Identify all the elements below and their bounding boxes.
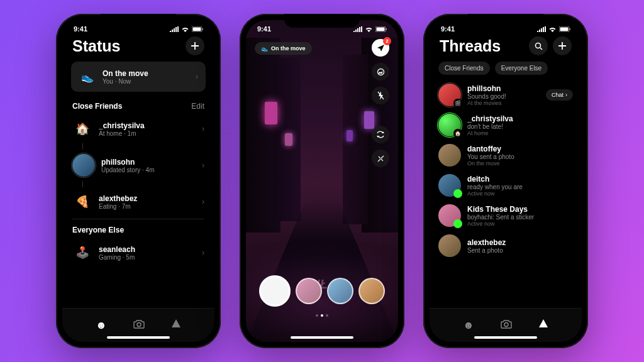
- thread-list[interactable]: 🎬 phillsohnSounds good!At the movies Cha…: [430, 80, 582, 268]
- avatar: [438, 174, 461, 197]
- recipient-bubbles: [246, 275, 398, 307]
- shutter-button[interactable]: [259, 275, 291, 307]
- house-icon: 🏠: [72, 119, 92, 139]
- phone-threads: 9:41 Threads Close Friends Everyone Else…: [423, 14, 588, 348]
- notch: [468, 14, 543, 28]
- status-pill[interactable]: 👟 On the move: [255, 42, 312, 55]
- friend-row[interactable]: 🏠 _christysilvaAt home · 1m ›: [62, 114, 214, 143]
- camera-controls: 2: [372, 39, 389, 167]
- status-tab[interactable]: ☻: [96, 319, 107, 332]
- phone-camera: IŁ 9:41 👟 On the move 2: [240, 14, 404, 348]
- self-status-sub: You · Now: [103, 78, 189, 85]
- flash-off-icon: [377, 91, 384, 100]
- chevron-right-icon: ›: [202, 248, 204, 257]
- clock: 9:41: [441, 25, 455, 33]
- page-dots: [316, 314, 328, 317]
- chevron-right-icon: ›: [565, 92, 567, 98]
- camera-tab[interactable]: [133, 319, 145, 332]
- flip-icon: [376, 131, 385, 138]
- pill-label: On the move: [271, 45, 306, 52]
- movie-icon: 🎬: [453, 99, 462, 107]
- gallery-button[interactable]: [372, 63, 389, 80]
- self-status-label: On the move: [103, 69, 189, 78]
- active-dot: [453, 189, 462, 198]
- friend-row[interactable]: phillsohnUpdated story · 4m ›: [62, 150, 214, 181]
- home-indicator[interactable]: [107, 336, 170, 339]
- send-button[interactable]: 2: [372, 39, 389, 57]
- recipient-bubble[interactable]: [327, 278, 353, 304]
- svg-point-3: [137, 322, 141, 326]
- chat-button[interactable]: Chat›: [546, 89, 573, 101]
- camera-viewfinder[interactable]: IŁ 9:41 👟 On the move 2: [246, 20, 398, 342]
- clock: 9:41: [257, 25, 271, 33]
- svg-point-14: [504, 322, 508, 326]
- sneaker-icon: 👟: [261, 45, 268, 52]
- wifi-icon: [365, 26, 373, 32]
- divider: [72, 219, 204, 219]
- friend-row[interactable]: 🍕 alexthebezEating · 7m ›: [62, 187, 214, 216]
- wifi-icon: [181, 26, 189, 32]
- edit-close-friends[interactable]: Edit: [191, 102, 204, 111]
- tools-button[interactable]: [372, 150, 389, 167]
- connector: [82, 181, 83, 187]
- svg-rect-2: [203, 28, 204, 30]
- avatar: 🏠: [438, 114, 461, 136]
- battery-icon: [559, 26, 570, 32]
- status-icons: [170, 26, 203, 32]
- search-icon: [535, 42, 543, 50]
- home-indicator[interactable]: [474, 336, 537, 339]
- thread-row[interactable]: dantoffeyYou sent a photoOn the move: [430, 140, 582, 170]
- sneaker-icon: 👟: [79, 68, 96, 85]
- search-button[interactable]: [529, 36, 548, 55]
- joystick-icon: 🕹️: [72, 243, 92, 263]
- svg-rect-6: [386, 28, 387, 30]
- filter-tabs: Close Friends Everyone Else: [430, 62, 582, 80]
- friend-row[interactable]: 🕹️ seanleachGaming · 5m ›: [62, 238, 214, 267]
- page-title: Status: [72, 37, 120, 55]
- plus-icon: [191, 41, 199, 50]
- tab-close-friends[interactable]: Close Friends: [438, 62, 490, 75]
- phone-status: 9:41 Status 👟 On the move You · Now › Cl…: [56, 14, 221, 348]
- svg-point-12: [535, 43, 540, 48]
- active-dot: [453, 219, 462, 228]
- chevron-right-icon: ›: [202, 161, 204, 170]
- thread-row[interactable]: deitchready when you areActive now: [430, 170, 582, 200]
- thread-row[interactable]: 🎬 phillsohnSounds good!At the movies Cha…: [430, 80, 582, 110]
- recipient-bubble[interactable]: [296, 278, 322, 304]
- avatar: [438, 234, 461, 257]
- svg-point-7: [377, 69, 384, 75]
- chevron-right-icon: ›: [196, 72, 198, 81]
- avatar: [438, 144, 461, 167]
- connector: [82, 143, 83, 150]
- pizza-icon: 🍕: [72, 192, 92, 212]
- section-everyone-else: Everyone Else: [72, 226, 124, 234]
- svg-rect-10: [560, 27, 569, 31]
- avatar: [438, 204, 461, 227]
- threads-tab[interactable]: [171, 319, 181, 332]
- send-icon: [377, 44, 385, 52]
- threads-tab[interactable]: [538, 319, 548, 332]
- thread-row[interactable]: Kids These Daysboyhachi: Sent a stickerA…: [430, 200, 582, 231]
- svg-rect-11: [570, 28, 571, 30]
- recipient-bubble[interactable]: [358, 278, 385, 304]
- page-title: Threads: [440, 37, 501, 55]
- camera-tab[interactable]: [501, 319, 512, 332]
- tab-everyone-else[interactable]: Everyone Else: [495, 62, 548, 75]
- avatar: 🎬: [438, 84, 461, 106]
- thread-row[interactable]: 🏠 _christysilvadon't be late!At home: [430, 110, 582, 140]
- flash-button[interactable]: [372, 87, 389, 104]
- notch: [284, 14, 360, 28]
- status-tab[interactable]: ☻: [463, 319, 474, 332]
- add-status-button[interactable]: [186, 36, 204, 55]
- home-indicator[interactable]: [291, 336, 353, 339]
- chevron-right-icon: ›: [202, 124, 204, 133]
- new-thread-button[interactable]: [553, 36, 572, 55]
- house-icon: 🏠: [453, 129, 462, 138]
- self-status-card[interactable]: 👟 On the move You · Now ›: [71, 62, 206, 92]
- battery-icon: [375, 26, 387, 32]
- gallery-icon: [377, 68, 385, 76]
- flip-camera-button[interactable]: [372, 126, 389, 143]
- section-close-friends: Close Friends: [72, 102, 122, 111]
- thread-row[interactable]: alexthebezSent a photo: [430, 231, 582, 261]
- plus-icon: [558, 41, 567, 50]
